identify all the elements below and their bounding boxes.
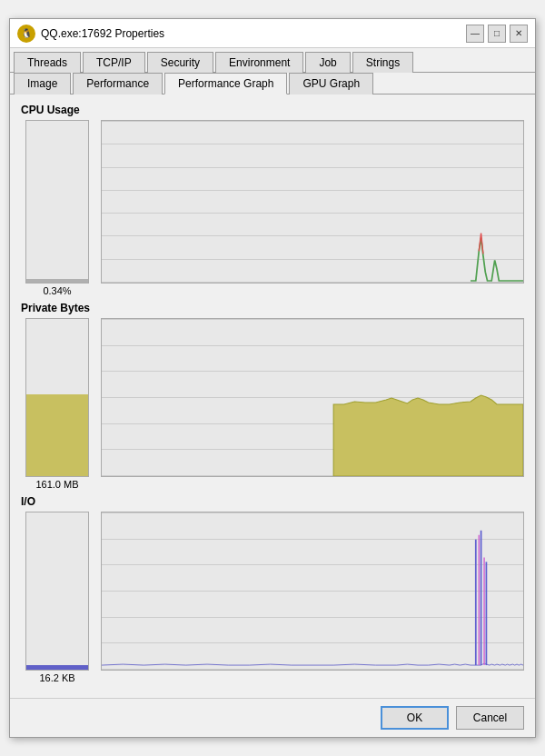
io-mini-bar-container: 16.2 KB [21, 512, 94, 683]
maximize-button[interactable]: □ [488, 25, 506, 43]
cpu-graph-svg [102, 121, 523, 283]
titlebar-left: 🐧 QQ.exe:17692 Properties [17, 25, 164, 43]
private-bytes-value-label: 161.0 MB [35, 479, 78, 490]
cpu-mini-bar-fill [26, 279, 88, 283]
tab-row-1: Threads TCP/IP Security Environment Job … [10, 48, 535, 73]
cpu-graph-row: 0.34% [21, 120, 524, 296]
cpu-mini-bar [25, 120, 89, 284]
private-bytes-graph-row: 161.0 MB [21, 318, 524, 490]
private-bytes-mini-bar-fill [26, 394, 88, 476]
footer: OK Cancel [10, 698, 535, 737]
io-graph-svg [102, 512, 523, 670]
close-button[interactable]: ✕ [510, 25, 528, 43]
private-bytes-section-label: Private Bytes [21, 302, 524, 314]
private-bytes-mini-bar [25, 318, 89, 477]
private-bytes-graph-area [101, 318, 524, 477]
io-mini-bar-fill [26, 665, 88, 670]
private-bytes-mini-bar-container: 161.0 MB [21, 318, 94, 490]
tab-row-2: Image Performance Performance Graph GPU … [10, 73, 535, 94]
io-value-label: 16.2 KB [39, 672, 74, 683]
tab-performance[interactable]: Performance [73, 73, 163, 94]
cpu-section-label: CPU Usage [21, 104, 524, 116]
tab-environment[interactable]: Environment [215, 52, 303, 73]
minimize-button[interactable]: — [466, 25, 484, 43]
tab-image[interactable]: Image [14, 73, 71, 94]
tab-security[interactable]: Security [147, 52, 213, 73]
cpu-graph-area [101, 120, 524, 284]
cpu-value-label: 0.34% [43, 285, 71, 296]
tab-threads[interactable]: Threads [14, 52, 81, 73]
app-icon: 🐧 [17, 25, 35, 43]
ok-button[interactable]: OK [381, 706, 449, 730]
io-section-label: I/O [21, 495, 524, 508]
tab-job[interactable]: Job [305, 52, 350, 73]
io-graph-area [101, 512, 524, 671]
private-bytes-graph-svg [102, 319, 523, 476]
io-mini-bar [25, 512, 89, 671]
io-graph-row: 16.2 KB [21, 512, 524, 683]
titlebar-buttons: — □ ✕ [466, 25, 528, 43]
tab-strings[interactable]: Strings [352, 52, 413, 73]
tab-gpu-graph[interactable]: GPU Graph [289, 73, 373, 94]
titlebar: 🐧 QQ.exe:17692 Properties — □ ✕ [10, 19, 535, 48]
cancel-button[interactable]: Cancel [456, 706, 524, 730]
content-area: CPU Usage 0.34% [10, 94, 535, 698]
window-title: QQ.exe:17692 Properties [41, 27, 164, 40]
svg-marker-0 [333, 395, 523, 476]
tab-performance-graph[interactable]: Performance Graph [164, 73, 287, 94]
main-window: 🐧 QQ.exe:17692 Properties — □ ✕ Threads … [9, 18, 536, 738]
tab-tcpip[interactable]: TCP/IP [83, 52, 145, 73]
cpu-mini-bar-container: 0.34% [21, 120, 94, 296]
